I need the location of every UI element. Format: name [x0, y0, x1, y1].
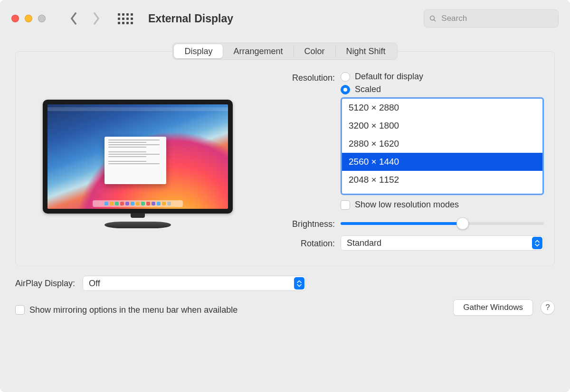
airplay-label: AirPlay Display: [15, 279, 75, 289]
resolution-option-0[interactable]: 5120 × 2880 [342, 99, 542, 117]
window-zoom-button[interactable] [38, 15, 46, 22]
brightness-slider[interactable] [341, 216, 544, 231]
svg-line-1 [434, 19, 435, 21]
chevron-up-down-icon [532, 237, 542, 249]
rotation-select[interactable]: Standard [341, 235, 544, 251]
display-preview-screen [48, 104, 228, 209]
rotation-label: Rotation: [268, 237, 335, 249]
chevron-up-down-icon [294, 277, 304, 289]
display-preview-dock-icon [93, 200, 183, 207]
display-preview-document-icon [104, 137, 166, 184]
show-low-res-checkbox[interactable] [341, 200, 350, 210]
tab-bar: Display Arrangement Color Night Shift [0, 43, 570, 60]
mirroring-menubar-checkbox[interactable] [15, 305, 25, 315]
gather-windows-button[interactable]: Gather Windows [453, 299, 533, 316]
tab-display[interactable]: Display [174, 44, 223, 58]
window-minimize-button[interactable] [25, 15, 32, 22]
system-preferences-displays-window: External Display Display Arrangement Col… [0, 0, 570, 392]
airplay-value: Off [89, 279, 100, 289]
resolution-option-4[interactable]: 2048 × 1152 [342, 171, 542, 189]
window-close-button[interactable] [11, 15, 19, 22]
forward-button[interactable] [88, 10, 104, 27]
brightness-label: Brightness: [268, 218, 335, 229]
resolution-list[interactable]: 5120 × 2880 3200 × 1800 2880 × 1620 2560… [341, 97, 544, 195]
resolution-default-radio[interactable] [341, 72, 350, 82]
resolution-option-1[interactable]: 3200 × 1800 [342, 117, 542, 135]
mirroring-menubar-label: Show mirroring options in the menu bar w… [29, 305, 238, 315]
tab-arrangement[interactable]: Arrangement [223, 44, 293, 58]
display-preview [26, 69, 249, 254]
tab-night-shift[interactable]: Night Shift [336, 44, 396, 58]
titlebar: External Display [0, 0, 570, 37]
show-all-prefs-button[interactable] [118, 13, 133, 24]
search-field[interactable] [424, 9, 559, 28]
show-low-res-label: Show low resolution modes [355, 200, 459, 210]
display-preview-stand-icon [104, 213, 171, 228]
resolution-option-5[interactable]: 1600 × 900 [342, 190, 542, 195]
search-input[interactable] [440, 13, 553, 24]
resolution-default-label: Default for display [355, 72, 423, 82]
rotation-value: Standard [347, 238, 381, 248]
back-button[interactable] [66, 10, 82, 27]
resolution-option-3[interactable]: 2560 × 1440 [342, 153, 542, 171]
resolution-option-2[interactable]: 2880 × 1620 [342, 135, 542, 153]
tab-color[interactable]: Color [294, 44, 335, 58]
resolution-scaled-radio[interactable] [341, 85, 350, 94]
search-icon [429, 14, 437, 23]
help-button[interactable]: ? [541, 300, 555, 315]
resolution-scaled-label: Scaled [355, 84, 381, 94]
resolution-label: Resolution: [268, 72, 335, 83]
display-settings-panel: Resolution: Default for display Scaled [15, 51, 555, 266]
brightness-slider-thumb[interactable] [456, 217, 469, 230]
airplay-select[interactable]: Off [83, 276, 306, 291]
window-title: External Display [148, 12, 233, 25]
window-controls [11, 15, 46, 22]
